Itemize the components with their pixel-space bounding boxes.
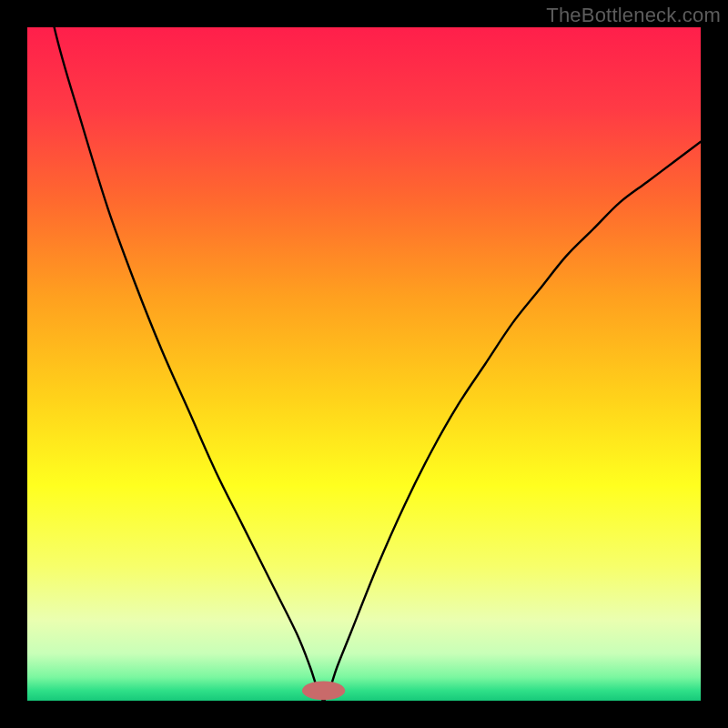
watermark-label: TheBottleneck.com (546, 4, 721, 27)
optimum-marker (302, 682, 345, 701)
bottleneck-chart (27, 27, 701, 701)
chart-frame (27, 27, 701, 701)
